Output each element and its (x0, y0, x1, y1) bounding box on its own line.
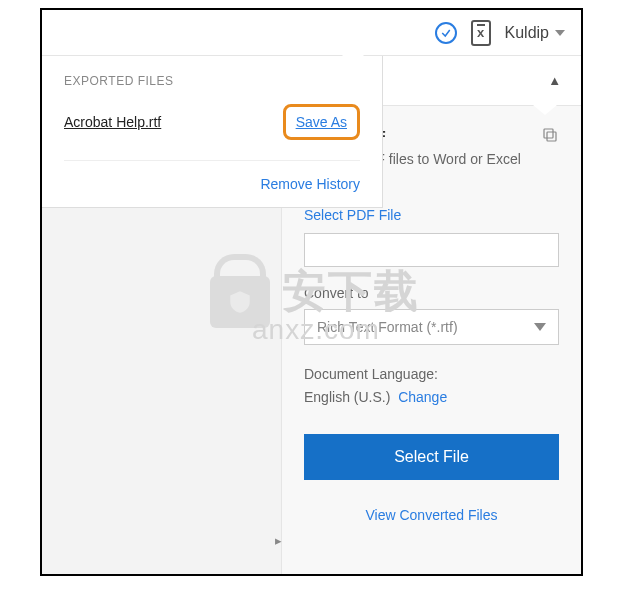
chevron-up-icon: ▲ (548, 73, 561, 88)
select-file-button[interactable]: Select File (304, 434, 559, 480)
svg-rect-0 (547, 132, 556, 141)
change-language-link[interactable]: Change (398, 389, 447, 405)
language-value: English (U.S.) (304, 389, 390, 405)
file-input[interactable] (304, 233, 559, 267)
language-row: Document Language: English (U.S.) Change (304, 363, 559, 408)
exported-files-popover: EXPORTED FILES Acrobat Help.rtf Save As … (42, 56, 383, 208)
format-select[interactable]: Rich Text Format (*.rtf) (304, 309, 559, 345)
convert-to-label: Convert to (304, 285, 559, 301)
tasks-complete-icon[interactable] (435, 22, 457, 44)
save-as-link[interactable]: Save As (296, 114, 347, 130)
language-label: Document Language: (304, 366, 438, 382)
exported-file-link[interactable]: Acrobat Help.rtf (64, 114, 161, 130)
view-converted-link[interactable]: View Converted Files (365, 507, 497, 523)
top-toolbar: x Kuldip (42, 10, 581, 56)
popover-footer: Remove History (64, 161, 360, 193)
chevron-down-icon (555, 30, 565, 36)
exported-file-row: Acrobat Help.rtf Save As (64, 104, 360, 161)
svg-rect-1 (544, 129, 553, 138)
save-as-highlight: Save As (283, 104, 360, 140)
scroll-indicator-icon: ▸ (275, 533, 282, 548)
user-name: Kuldip (505, 24, 549, 42)
popover-heading: EXPORTED FILES (64, 74, 360, 88)
mobile-icon[interactable]: x (471, 20, 491, 46)
remove-history-link[interactable]: Remove History (260, 176, 360, 192)
select-pdf-link[interactable]: Select PDF File (304, 207, 559, 223)
format-value: Rich Text Format (*.rtf) (317, 319, 458, 335)
user-menu[interactable]: Kuldip (505, 24, 565, 42)
app-window: x Kuldip ▸ Export PDF ▲ Export PDF Conve (40, 8, 583, 576)
chevron-down-icon (534, 323, 546, 331)
copy-icon[interactable] (541, 126, 559, 144)
